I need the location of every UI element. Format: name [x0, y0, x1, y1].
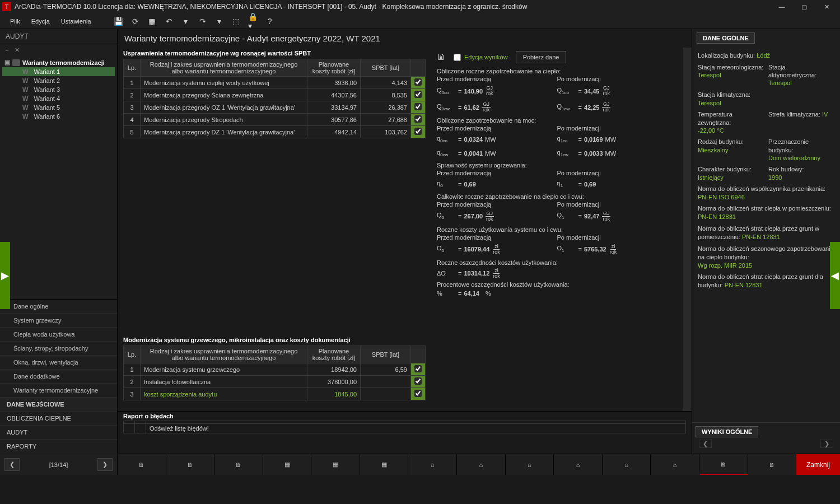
right-tab-dane-ogolne[interactable]: DANE OGÓLNE [697, 32, 755, 44]
table-row[interactable]: 3koszt sporządzenia audytu1845,00 [124, 388, 426, 400]
variant-icon: W [22, 104, 28, 111]
tree-item-wariant-6[interactable]: WWariant 6 [2, 112, 115, 121]
bottom-tab-2[interactable]: 🗎 [166, 454, 215, 475]
nav-system-grzewczy[interactable]: System grzewczy [0, 314, 117, 328]
table-row[interactable]: 4Modernizacja przegrody Stropodach30577,… [124, 114, 426, 126]
bottom-tab-14[interactable]: 🗎 [748, 454, 797, 475]
add-icon[interactable]: ＋ [2, 45, 11, 54]
errors-refresh-row[interactable]: Odśwież listę błędów! [146, 424, 686, 433]
row-checkbox[interactable] [414, 128, 422, 135]
close-button[interactable]: Zamknij [796, 454, 840, 475]
nav-audyt[interactable]: AUDYT [0, 426, 117, 440]
cell-spbt: 27,688 [361, 114, 411, 126]
row-checkbox[interactable] [414, 377, 422, 385]
bottom-tab-1[interactable]: 🗎 [118, 454, 166, 475]
menu-edit[interactable]: Edycja [26, 16, 55, 27]
right-tab-wyniki[interactable]: WYNIKI OGÓLNE [696, 426, 758, 437]
table-row[interactable]: 1Modernizacja systemu ciepłej wody użytk… [124, 77, 426, 89]
tree-item-wariant-5[interactable]: WWariant 5 [2, 103, 115, 112]
cell-check[interactable] [411, 126, 426, 138]
menu-file[interactable]: Plik [4, 16, 26, 27]
remove-icon[interactable]: ✕ [12, 45, 21, 54]
bottom-tab-10[interactable]: ⌂ [554, 454, 603, 475]
bottom-tab-3[interactable]: 🗎 [214, 454, 263, 475]
bottom-tab-13[interactable]: 🗎 [699, 454, 748, 475]
nav-warianty[interactable]: Warianty termomodernizacyjne [0, 384, 117, 398]
cell-check[interactable] [411, 77, 426, 89]
window-title: ArCADia-TERMOCAD 10.0 Licencja dla: WEWN… [15, 3, 771, 11]
results-prev[interactable]: ❮ [699, 440, 712, 448]
errors-caption: Raport o błędach [123, 413, 686, 419]
page-next[interactable]: ❯ [97, 458, 113, 471]
save-icon[interactable]: 💾 [114, 16, 124, 26]
refresh-icon[interactable]: ⟳ [130, 16, 141, 26]
undo-icon[interactable]: ↶ [164, 16, 174, 26]
table-row[interactable]: 3Modernizacja przegrody OZ 1 'Wentylacja… [124, 101, 426, 114]
redo-dropdown-icon[interactable]: ▾ [214, 16, 225, 26]
slide-panel-left[interactable]: ▶ [0, 242, 10, 309]
edit-results-input[interactable] [454, 54, 461, 61]
doc-icon[interactable]: 🗎 [437, 52, 446, 62]
row-checkbox[interactable] [414, 390, 422, 397]
redo-icon[interactable]: ↷ [198, 16, 208, 26]
maximize-button[interactable]: ▢ [793, 0, 815, 13]
bottom-tab-12[interactable]: ⌂ [651, 454, 699, 475]
row-checkbox[interactable] [414, 103, 422, 110]
bottom-tab-4[interactable]: ▦ [263, 454, 312, 475]
Q0: Q0=267,00GJrok [437, 211, 557, 222]
lock-icon[interactable]: 🔒▾ [248, 16, 258, 26]
nav-okna[interactable]: Okna, drzwi, wentylacja [0, 356, 117, 370]
bottom-tab-7[interactable]: ⌂ [408, 454, 457, 475]
cell-check[interactable] [411, 376, 426, 388]
table1-caption: Usprawnienia termomodernizacyjne wg rosn… [123, 50, 426, 57]
tree-item-wariant-2[interactable]: WWariant 2 [2, 76, 115, 85]
nav-dane-ogolne[interactable]: Dane ogólne [0, 300, 117, 314]
bottom-tab-11[interactable]: ⌂ [603, 454, 651, 475]
nav-sciany[interactable]: Ściany, stropy, stropodachy [0, 342, 117, 356]
table-row[interactable]: 2Instalacja fotowoltaiczna378000,00 [124, 376, 426, 388]
tree-item-wariant-4[interactable]: WWariant 4 [2, 94, 115, 103]
rp-temp: Temperatura zewnętrzna:-22,00 °C [698, 110, 764, 134]
table-system: Lp. Rodzaj i zakres usprawnienia termomo… [123, 346, 426, 400]
close-window-button[interactable]: ✕ [815, 0, 838, 13]
row-checkbox[interactable] [414, 365, 422, 372]
minimize-button[interactable]: — [771, 0, 793, 13]
tree-root[interactable]: ▣ Warianty termomodernizacji [2, 58, 115, 67]
nav-dane-wejsciowe[interactable]: DANE WEJŚCIOWE [0, 398, 117, 412]
nav-raporty[interactable]: RAPORTY [0, 440, 117, 454]
cell-check[interactable] [411, 114, 426, 126]
edit-results-checkbox[interactable]: Edycja wyników [454, 54, 508, 61]
results-next[interactable]: ❯ [820, 440, 833, 448]
fetch-data-button[interactable]: Pobierz dane [516, 51, 567, 63]
bottom-tab-8[interactable]: ⌂ [457, 454, 506, 475]
tool-icon[interactable]: ▦ [147, 16, 157, 26]
nav-cwu[interactable]: Ciepła woda użytkowa [0, 328, 117, 342]
bottom-tab-6[interactable]: ▦ [360, 454, 409, 475]
collapse-icon[interactable]: ▣ [4, 59, 10, 66]
cell-check[interactable] [411, 101, 426, 114]
cell-check[interactable] [411, 89, 426, 101]
nav-obliczenia[interactable]: OBLICZENIA CIEPLNE [0, 412, 117, 426]
bottom-tab-9[interactable]: ⌂ [506, 454, 554, 475]
table-row[interactable]: 5Modernizacja przegrody DZ 1 'Wentylacja… [124, 126, 426, 138]
main-scrollbar[interactable] [683, 48, 692, 411]
cell-check[interactable] [411, 388, 426, 400]
menu-settings[interactable]: Ustawienia [55, 16, 97, 27]
undo-dropdown-icon[interactable]: ▾ [181, 16, 191, 26]
variant-icon: W [22, 68, 28, 75]
nav-dane-dodatkowe[interactable]: Dane dodatkowe [0, 370, 117, 384]
package-icon[interactable]: ⬚ [231, 16, 241, 26]
page-prev[interactable]: ❮ [4, 458, 20, 471]
tree-item-wariant-3[interactable]: WWariant 3 [2, 85, 115, 94]
row-checkbox[interactable] [414, 115, 422, 123]
tree-item-wariant-1[interactable]: WWariant 1 [2, 67, 115, 76]
cell-check[interactable] [411, 363, 426, 376]
row-checkbox[interactable] [414, 91, 422, 98]
table-row[interactable]: 1Modernizacja systemu grzewczego18942,00… [124, 363, 426, 376]
row-checkbox[interactable] [414, 78, 422, 86]
table-row[interactable]: 2Modernizacja przegrody Ściana zewnętrzn… [124, 89, 426, 101]
slide-panel-right[interactable]: ◀ [830, 242, 840, 309]
rp-rodzaj: Rodzaj budynku:Mieszkalny [698, 138, 764, 162]
help-icon[interactable]: ? [265, 16, 275, 26]
bottom-tab-5[interactable]: ▦ [311, 454, 360, 475]
